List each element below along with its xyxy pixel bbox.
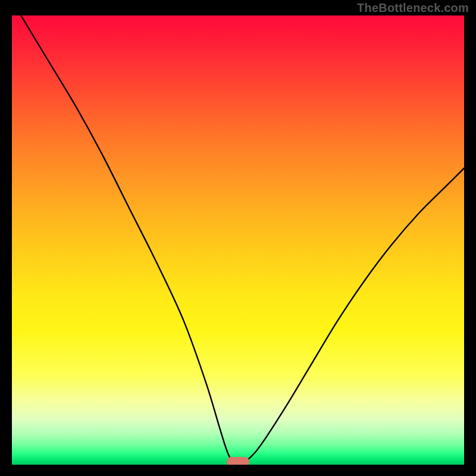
chart-frame: TheBottleneck.com (0, 0, 476, 476)
watermark-text: TheBottleneck.com (357, 1, 469, 15)
plot-area (12, 15, 464, 465)
minimum-marker (227, 457, 249, 465)
curve-svg (12, 15, 464, 465)
bottleneck-curve-path (21, 15, 464, 465)
